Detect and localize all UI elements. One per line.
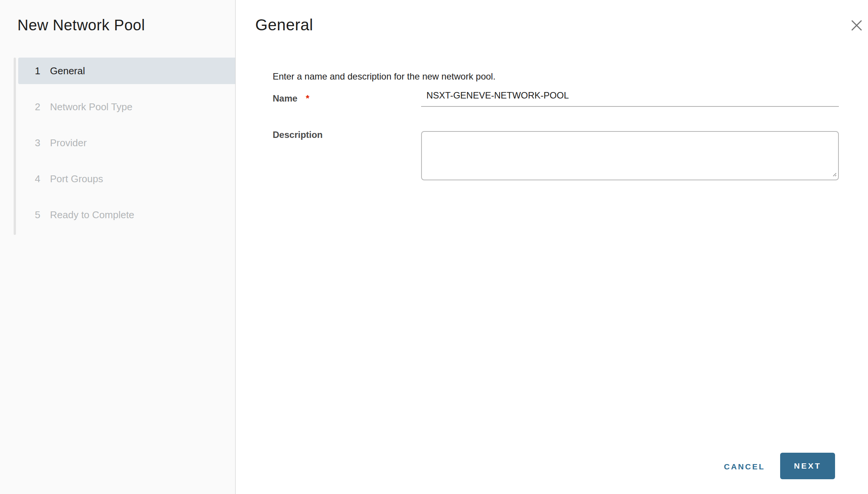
cancel-button[interactable]: CANCEL	[724, 459, 765, 474]
wizard-sidebar: New Network Pool 1 General 2 Network Poo…	[0, 0, 236, 494]
step-label: Provider	[50, 137, 87, 149]
step-number: 2	[35, 101, 50, 113]
step-label: Port Groups	[50, 173, 103, 185]
step-label: Ready to Complete	[50, 209, 134, 221]
wizard-step-port-groups[interactable]: 4 Port Groups	[18, 166, 235, 192]
wizard-step-network-pool-type[interactable]: 2 Network Pool Type	[18, 94, 235, 120]
step-number: 3	[35, 137, 50, 149]
wizard-step-provider[interactable]: 3 Provider	[18, 130, 235, 156]
step-label: General	[50, 65, 85, 77]
name-label: Name*	[273, 93, 309, 104]
name-field[interactable]	[421, 89, 839, 107]
close-button[interactable]	[847, 16, 866, 36]
description-field[interactable]	[421, 131, 839, 180]
dialog-title: New Network Pool	[17, 17, 145, 34]
description-label: Description	[273, 130, 323, 140]
description-field-wrap	[421, 131, 839, 180]
wizard-step-ready-to-complete[interactable]: 5 Ready to Complete	[18, 202, 235, 228]
name-label-text: Name	[273, 93, 297, 103]
instruction-text: Enter a name and description for the new…	[273, 71, 495, 82]
wizard-step-general[interactable]: 1 General	[18, 58, 235, 84]
step-number: 5	[35, 209, 50, 221]
new-network-pool-dialog: New Network Pool 1 General 2 Network Poo…	[0, 0, 868, 494]
page-title: General	[255, 16, 313, 34]
next-button[interactable]: NEXT	[780, 453, 835, 479]
required-asterisk: *	[306, 93, 309, 103]
step-number: 1	[35, 65, 50, 77]
close-icon	[850, 19, 863, 33]
step-track	[14, 58, 16, 235]
wizard-steps: 1 General 2 Network Pool Type 3 Provider…	[18, 58, 235, 238]
step-number: 4	[35, 173, 50, 185]
step-label: Network Pool Type	[50, 101, 133, 113]
